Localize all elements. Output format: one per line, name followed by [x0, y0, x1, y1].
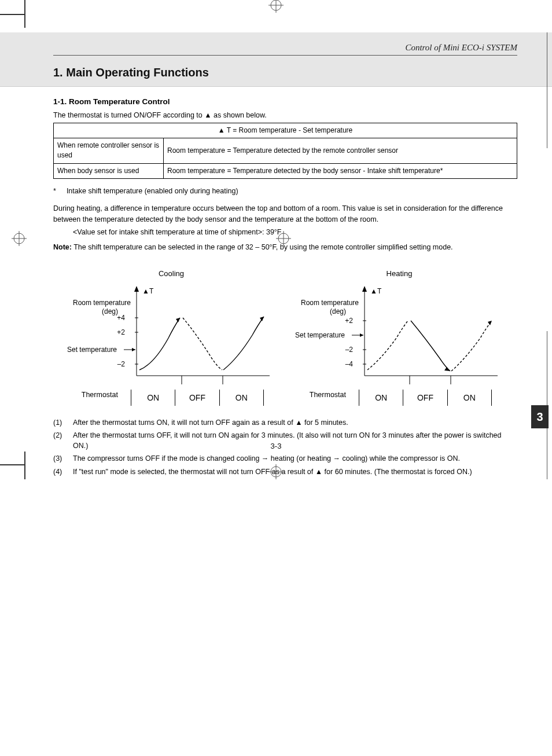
state-cell: ON: [447, 390, 492, 406]
svg-marker-39: [488, 321, 492, 325]
note-number: (4): [53, 467, 68, 477]
svg-text:+2: +2: [117, 328, 125, 336]
note-text: After the thermostat turns ON, it will n…: [73, 417, 348, 428]
heating-chart: ▲T Room temperature (deg) +2 –2 –4 Set t…: [295, 283, 503, 387]
registration-mark-icon: [12, 231, 27, 248]
svg-text:–2: –2: [345, 346, 354, 354]
diagram-heating: Heating ▲T Room: [289, 269, 509, 406]
crop-mark: [547, 32, 547, 148]
content-area: 1-1. Room Temperature Control The thermo…: [0, 87, 552, 477]
table-row-left: When remote controller sensor is used: [54, 138, 164, 164]
subsection-title: 1-1. Room Temperature Control: [53, 96, 517, 108]
svg-text:Set temperature: Set temperature: [67, 346, 117, 354]
svg-text:+4: +4: [117, 314, 125, 322]
thermostat-label: Thermostat: [289, 390, 353, 406]
footnote: * Intake shift temperature (enabled only…: [53, 186, 517, 196]
state-cell: ON: [359, 390, 403, 406]
crop-mark: [0, 464, 25, 465]
svg-marker-20: [176, 318, 180, 322]
delta-t-label: ▲T: [142, 287, 154, 295]
diagrams-row: Cooling: [53, 269, 517, 406]
table-header: ▲ T = Room temperature - Set temperature: [54, 123, 517, 138]
note-number: (3): [53, 453, 68, 464]
crop-mark: [24, 0, 25, 28]
diagram-cooling: Cooling: [61, 269, 281, 406]
table-row-right: Room temperature = Temperature detected …: [164, 163, 517, 178]
svg-text:(deg): (deg): [102, 307, 118, 315]
note-label: Note:: [53, 243, 72, 251]
thermostat-states: Thermostat ON OFF ON: [61, 390, 281, 406]
svg-text:Set temperature: Set temperature: [295, 331, 345, 339]
svg-text:–2: –2: [117, 360, 126, 368]
svg-text:Room temperature: Room temperature: [301, 299, 359, 307]
section-title: 1. Main Operating Functions: [53, 66, 517, 79]
crop-mark: [547, 331, 547, 447]
note-text: The compressor turns OFF if the mode is …: [73, 453, 460, 464]
diagram-title: Heating: [289, 269, 509, 280]
svg-text:–4: –4: [345, 360, 354, 368]
registration-mark-icon: [268, 0, 284, 15]
room-temperature-table: ▲ T = Room temperature - Set temperature…: [53, 123, 517, 179]
crop-mark: [24, 452, 25, 479]
state-cell: OFF: [403, 390, 447, 406]
table-row-right: Room temperature = Temperature detected …: [164, 138, 517, 164]
diagram-title: Cooling: [61, 269, 281, 280]
paragraph: During heating, a difference in temperat…: [53, 203, 517, 224]
intro-text: The thermostat is turned ON/OFF accordin…: [53, 110, 517, 120]
state-cell: OFF: [175, 390, 219, 406]
svg-text:(deg): (deg): [330, 307, 346, 315]
chapter-title: Control of Mini ECO-i SYSTEM: [53, 43, 517, 56]
svg-text:Room temperature: Room temperature: [73, 299, 131, 307]
registration-mark-icon: [268, 464, 284, 479]
cooling-chart: ▲T Room temperature (deg) +4 +2 –2 Set t…: [67, 283, 275, 387]
state-cell: ON: [131, 390, 175, 406]
svg-marker-34: [360, 333, 363, 337]
page-number: 3-3: [0, 442, 552, 450]
footnote-text: Intake shift temperature (enabled only d…: [67, 186, 238, 196]
svg-marker-21: [260, 317, 264, 321]
thermostat-states: Thermostat ON OFF ON: [289, 390, 509, 406]
table-row-left: When body sensor is used: [54, 163, 164, 178]
state-cell: ON: [219, 390, 264, 406]
svg-marker-31: [362, 286, 367, 292]
svg-marker-16: [132, 348, 135, 351]
registration-mark-icon: [276, 231, 540, 248]
header-band: Control of Mini ECO-i SYSTEM 1. Main Ope…: [0, 32, 552, 87]
footnote-symbol: *: [53, 186, 56, 196]
svg-text:▲T: ▲T: [370, 287, 382, 295]
section-tab: 3: [531, 405, 549, 428]
thermostat-label: Thermostat: [61, 390, 125, 406]
svg-marker-13: [134, 286, 139, 292]
svg-text:+2: +2: [345, 317, 353, 325]
crop-mark: [0, 14, 25, 15]
note-number: (1): [53, 417, 68, 428]
